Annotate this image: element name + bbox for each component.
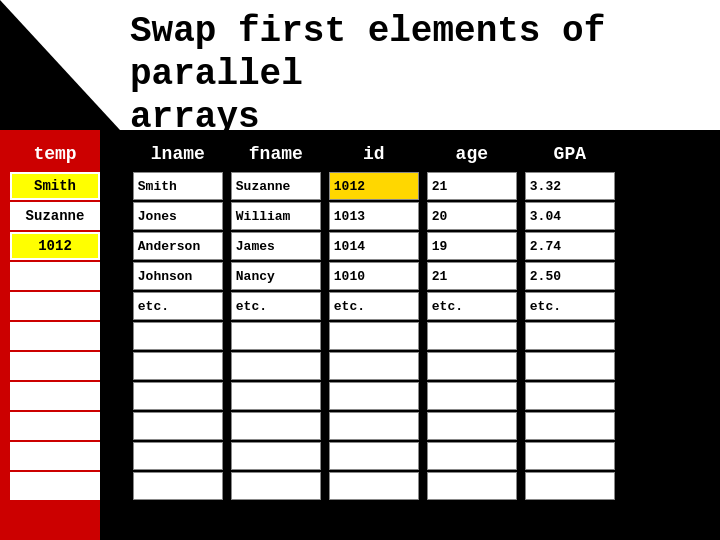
id-cell-3: 1010	[329, 262, 419, 290]
id-header: id	[329, 140, 419, 168]
id-cell-5	[329, 322, 419, 350]
gpa-cell-9	[525, 442, 615, 470]
temp-cell-6	[10, 352, 100, 380]
bg-triangle	[0, 0, 120, 130]
fname-cell-0: Suzanne	[231, 172, 321, 200]
age-cell-10	[427, 472, 517, 500]
gpa-cell-6	[525, 352, 615, 380]
temp-cell-9	[10, 442, 100, 470]
temp-cell-1: Suzanne	[10, 202, 100, 230]
id-cell-0: 1012	[329, 172, 419, 200]
age-cell-6	[427, 352, 517, 380]
lname-cell-2: Anderson	[133, 232, 223, 260]
lname-cell-10	[133, 472, 223, 500]
gpa-cell-10	[525, 472, 615, 500]
gpa-cell-8	[525, 412, 615, 440]
age-cell-0: 21	[427, 172, 517, 200]
fname-cell-8	[231, 412, 321, 440]
age-cell-7	[427, 382, 517, 410]
fname-cell-1: William	[231, 202, 321, 230]
age-column: age 21 20 19 21 etc.	[427, 140, 517, 530]
fname-cell-2: James	[231, 232, 321, 260]
id-column: id 1012 1013 1014 1010 etc.	[329, 140, 419, 530]
gpa-cell-7	[525, 382, 615, 410]
lname-cell-4: etc.	[133, 292, 223, 320]
gpa-cell-4: etc.	[525, 292, 615, 320]
fname-cell-5	[231, 322, 321, 350]
fname-cell-7	[231, 382, 321, 410]
age-cell-9	[427, 442, 517, 470]
fname-cell-10	[231, 472, 321, 500]
lname-cell-7	[133, 382, 223, 410]
age-cell-2: 19	[427, 232, 517, 260]
temp-cell-3	[10, 262, 100, 290]
id-cell-9	[329, 442, 419, 470]
arrow-area: →	[108, 140, 125, 530]
gpa-cell-1: 3.04	[525, 202, 615, 230]
temp-cell-2: 1012	[10, 232, 100, 260]
lname-cell-8	[133, 412, 223, 440]
fname-cell-9	[231, 442, 321, 470]
fname-cell-3: Nancy	[231, 262, 321, 290]
id-cell-4: etc.	[329, 292, 419, 320]
fname-header: fname	[231, 140, 321, 168]
lname-cell-6	[133, 352, 223, 380]
id-cell-1: 1013	[329, 202, 419, 230]
lname-cell-0: Smith	[133, 172, 223, 200]
age-cell-3: 21	[427, 262, 517, 290]
age-cell-8	[427, 412, 517, 440]
lname-cell-3: Johnson	[133, 262, 223, 290]
age-cell-4: etc.	[427, 292, 517, 320]
temp-cell-5	[10, 322, 100, 350]
gpa-cell-3: 2.50	[525, 262, 615, 290]
id-cell-2: 1014	[329, 232, 419, 260]
temp-cell-4	[10, 292, 100, 320]
lname-cell-1: Jones	[133, 202, 223, 230]
fname-cell-4: etc.	[231, 292, 321, 320]
gpa-cell-5	[525, 322, 615, 350]
temp-column: temp Smith Suzanne 1012	[10, 140, 100, 530]
lname-column: lname Smith Jones Anderson Johnson etc.	[133, 140, 223, 530]
age-cell-1: 20	[427, 202, 517, 230]
fname-column: fname Suzanne William James Nancy etc.	[231, 140, 321, 530]
temp-cell-7	[10, 382, 100, 410]
main-content: temp Smith Suzanne 1012 → lname Smith Jo…	[10, 140, 710, 530]
age-cell-5	[427, 322, 517, 350]
id-cell-8	[329, 412, 419, 440]
fname-cell-6	[231, 352, 321, 380]
lname-cell-5	[133, 322, 223, 350]
temp-header: temp	[10, 140, 100, 168]
gpa-cell-0: 3.32	[525, 172, 615, 200]
id-cell-6	[329, 352, 419, 380]
lname-cell-9	[133, 442, 223, 470]
gpa-header: GPA	[525, 140, 615, 168]
temp-cell-10	[10, 472, 100, 500]
swap-arrow-icon: →	[108, 258, 125, 289]
gpa-cell-2: 2.74	[525, 232, 615, 260]
age-header: age	[427, 140, 517, 168]
lname-header: lname	[133, 140, 223, 168]
id-cell-10	[329, 472, 419, 500]
gpa-column: GPA 3.32 3.04 2.74 2.50 etc.	[525, 140, 615, 530]
temp-cell-0: Smith	[10, 172, 100, 200]
id-cell-7	[329, 382, 419, 410]
page-title: Swap first elements of parallel arrays	[130, 10, 720, 140]
temp-cell-8	[10, 412, 100, 440]
